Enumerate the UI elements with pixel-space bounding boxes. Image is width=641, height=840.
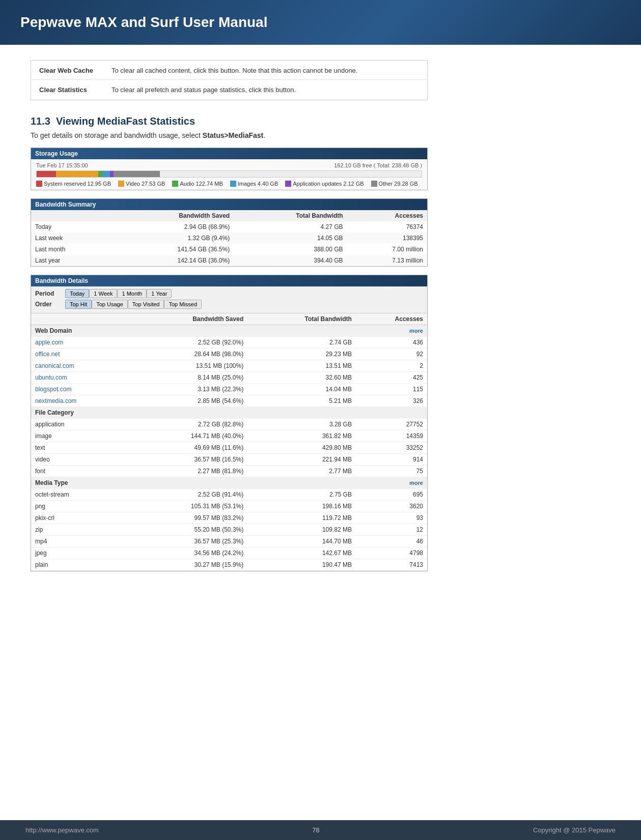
- domain-total: 14.04 MB: [247, 384, 356, 395]
- media-type-accesses: 46: [356, 536, 427, 547]
- domain-accesses: 425: [356, 372, 427, 384]
- file-category-saved: 2.72 GB (82.8%): [128, 419, 247, 430]
- media-type-saved: 99.57 MB (83.2%): [128, 512, 247, 524]
- bd-media-type-row: pkix-crl 99.57 MB (83.2%) 119.72 MB 93: [31, 512, 427, 524]
- media-type-total: 2.75 GB: [247, 489, 356, 501]
- bw-summary-col-header: Total Bandwidth: [234, 210, 347, 221]
- domain-name: canonical.com: [31, 360, 128, 372]
- domain-total: 13.51 MB: [247, 360, 356, 372]
- domain-accesses: 2: [356, 360, 427, 372]
- domain-accesses: 436: [356, 337, 427, 349]
- storage-usage-panel: Storage Usage Tue Feb 17 15:35:00 162.10…: [31, 148, 428, 190]
- order-button[interactable]: Top Usage: [92, 300, 128, 309]
- period-button[interactable]: Today: [65, 289, 89, 298]
- domain-saved: 28.64 MB (98.0%): [128, 349, 247, 360]
- bw-total: 14.05 GB: [234, 233, 347, 244]
- file-category-name: text: [31, 442, 128, 454]
- file-category-total: 221.94 MB: [247, 454, 356, 466]
- section-number: 11.3: [31, 115, 50, 127]
- bw-summary-row: Last week 1.32 GB (9.4%) 14.05 GB 138395: [31, 233, 427, 244]
- domain-link[interactable]: apple.com: [35, 339, 63, 346]
- file-category-total: 361.82 MB: [247, 430, 356, 442]
- file-category-label: File Category: [31, 407, 427, 419]
- bd-file-category-row: text 49.69 MB (11.6%) 429.80 MB 33252: [31, 442, 427, 454]
- storage-timestamp: Tue Feb 17 15:35:00: [36, 162, 88, 168]
- media-type-accesses: 93: [356, 512, 427, 524]
- bd-media-type-row: octet-stream 2.52 GB (91.4%) 2.75 GB 695: [31, 489, 427, 501]
- media-type-total: 198.16 MB: [247, 501, 356, 512]
- legend-item: System reserved 12.95 GB: [36, 181, 111, 187]
- media-type-total: 144.70 MB: [247, 536, 356, 547]
- period-label: Period: [35, 290, 63, 297]
- bd-web-domain-row: canonical.com 13.51 MB (100%) 13.51 MB 2: [31, 360, 427, 372]
- media-type-saved: 36.57 MB (25.3%): [128, 536, 247, 547]
- info-description: To clear all prefetch and status page st…: [104, 81, 426, 99]
- legend-size: 122.74 MB: [196, 181, 223, 187]
- domain-saved: 2.52 GB (92.0%): [128, 337, 247, 349]
- domain-link[interactable]: nextmedia.com: [35, 397, 76, 404]
- file-category-total: 429.80 MB: [247, 442, 356, 454]
- media-type-name: mp4: [31, 536, 128, 547]
- file-category-accesses: 14359: [356, 430, 427, 442]
- section-description: To get details on storage and bandwidth …: [31, 131, 610, 139]
- page-footer: http://www.pepwave.com 78 Copyright @ 20…: [0, 820, 641, 840]
- bd-web-domain-row: nextmedia.com 2.85 MB (54.6%) 5.21 MB 32…: [31, 395, 427, 407]
- section-name: Viewing MediaFast Statistics: [56, 115, 195, 127]
- legend-item: Video 27.53 GB: [118, 181, 165, 187]
- bd-col-header: Accesses: [356, 313, 427, 325]
- bar-segment: [37, 171, 56, 177]
- legend-label: System reserved: [44, 181, 86, 187]
- bandwidth-summary-panel: Bandwidth Summary Bandwidth SavedTotal B…: [31, 198, 428, 267]
- order-button[interactable]: Top Hit: [65, 300, 92, 309]
- bw-period: Last year: [31, 255, 110, 266]
- legend-size: 2.12 GB: [343, 181, 364, 187]
- legend-label: Images: [238, 181, 256, 187]
- domain-link[interactable]: canonical.com: [35, 362, 74, 369]
- section-title: 11.3 Viewing MediaFast Statistics: [31, 115, 610, 127]
- legend-label: Audio: [180, 181, 194, 187]
- bd-header-row: Bandwidth SavedTotal BandwidthAccesses: [31, 313, 427, 325]
- media-type-total: 109.82 MB: [247, 524, 356, 536]
- file-category-total: 2.77 MB: [247, 466, 356, 477]
- period-row: Period Today1 Week1 Month1 Year: [35, 289, 423, 298]
- domain-link[interactable]: ubuntu.com: [35, 374, 67, 381]
- footer-copyright: Copyright @ 2015 Pepwave: [533, 826, 616, 834]
- legend-size: 27.53 GB: [142, 181, 165, 187]
- period-button[interactable]: 1 Year: [147, 289, 172, 298]
- domain-total: 2.74 GB: [247, 337, 356, 349]
- bw-summary-row: Today 2.94 GB (68.9%) 4.27 GB 76374: [31, 221, 427, 233]
- bandwidth-summary-table: Bandwidth SavedTotal BandwidthAccesses T…: [31, 210, 427, 266]
- bandwidth-summary-header: Bandwidth Summary: [31, 199, 427, 210]
- file-category-name: image: [31, 430, 128, 442]
- period-button[interactable]: 1 Week: [89, 289, 117, 298]
- order-button[interactable]: Top Visited: [128, 300, 164, 309]
- bd-web-domain-row: blogspot.com 3.13 MB (22.3%) 14.04 MB 11…: [31, 384, 427, 395]
- info-label: Clear Web Cache: [32, 62, 103, 80]
- legend-color-swatch: [230, 181, 236, 187]
- storage-usage-header: Storage Usage: [31, 148, 427, 159]
- media-type-more-link[interactable]: more: [409, 480, 423, 486]
- web-domain-label: Web Domain: [31, 325, 128, 337]
- bd-file-category-row: font 2.27 MB (81.8%) 2.77 MB 75: [31, 466, 427, 477]
- bw-accesses: 7.13 million: [347, 255, 427, 266]
- bw-summary-col-header: Accesses: [347, 210, 427, 221]
- media-type-name: octet-stream: [31, 489, 128, 501]
- storage-time-row: Tue Feb 17 15:35:00 162.10 GB free ( Tot…: [36, 162, 422, 168]
- file-category-accesses: 27752: [356, 419, 427, 430]
- bw-total: 394.40 GB: [234, 255, 347, 266]
- bd-web-domain-row: office.net 28.64 MB (98.0%) 29.23 MB 92: [31, 349, 427, 360]
- media-type-saved: 105.31 MB (53.1%): [128, 501, 247, 512]
- bar-segment: [114, 171, 160, 177]
- media-type-name: jpeg: [31, 547, 128, 559]
- domain-saved: 13.51 MB (100%): [128, 360, 247, 372]
- period-button[interactable]: 1 Month: [117, 289, 147, 298]
- file-category-accesses: 33252: [356, 442, 427, 454]
- bd-media-type-row: zip 55.20 MB (50.3%) 109.82 MB 12: [31, 524, 427, 536]
- order-button[interactable]: Top Missed: [164, 300, 202, 309]
- media-type-accesses: 3620: [356, 501, 427, 512]
- web-domain-more-link[interactable]: more: [409, 328, 423, 334]
- bd-media-type-row: png 105.31 MB (53.1%) 198.16 MB 3620: [31, 501, 427, 512]
- domain-link[interactable]: office.net: [35, 351, 60, 358]
- domain-link[interactable]: blogspot.com: [35, 386, 71, 393]
- bw-summary-header-row: Bandwidth SavedTotal BandwidthAccesses: [31, 210, 427, 221]
